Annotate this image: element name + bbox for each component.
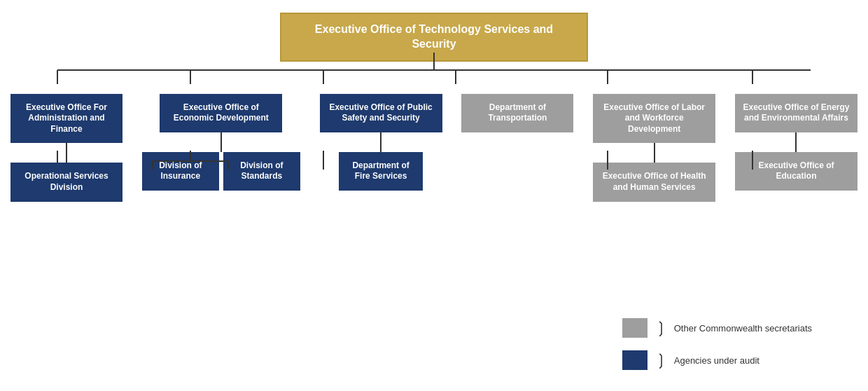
col-public-safety: Executive Office of Public Safety and Se… [320, 94, 442, 191]
box-dept-fire: Department of Fire Services [339, 152, 423, 191]
col-economic-dev: Executive Office of Economic Development… [142, 94, 300, 191]
legend-gray-bracket: ❳ [654, 320, 667, 336]
box-education: Executive Office of Education [735, 152, 858, 191]
box-operational: Operational Services Division [10, 163, 122, 201]
level2-economic-children: Division of Insurance Division of Standa… [142, 152, 300, 191]
box-div-insurance: Division of Insurance [142, 152, 219, 191]
col-energy: Executive Office of Energy and Environme… [735, 94, 858, 191]
legend-blue-bracket: ❳ [654, 352, 667, 368]
root-node: Executive Office of Technology Services … [280, 13, 588, 62]
root-label: Executive Office of Technology Services … [315, 23, 553, 50]
box-energy: Executive Office of Energy and Environme… [735, 94, 858, 132]
legend-gray-box [622, 318, 648, 338]
legend-blue: ❳ Agencies under audit [622, 350, 812, 370]
legend-blue-box [622, 350, 648, 370]
legend-gray-label: Other Commonwealth secretariats [674, 323, 812, 334]
box-transportation: Department of Transportation [461, 94, 573, 132]
box-economic-dev: Executive Office of Economic Development [160, 94, 282, 132]
box-admin-finance: Executive Office For Administration and … [10, 94, 122, 144]
box-div-standards: Division of Standards [223, 152, 300, 191]
col-transportation: Department of Transportation [461, 94, 573, 132]
col-labor: Executive Office of Labor and Workforce … [593, 94, 715, 202]
legend-gray: ❳ Other Commonwealth secretariats [622, 318, 812, 338]
box-labor: Executive Office of Labor and Workforce … [593, 94, 715, 144]
legend-blue-label: Agencies under audit [674, 355, 760, 366]
box-health-human: Executive Office of Health and Human Ser… [593, 163, 715, 201]
level1-row: Executive Office For Administration and … [7, 94, 861, 202]
box-public-safety: Executive Office of Public Safety and Se… [320, 94, 442, 132]
col-admin-finance: Executive Office For Administration and … [10, 94, 122, 202]
legend: ❳ Other Commonwealth secretariats ❳ Agen… [622, 318, 812, 370]
org-chart: Executive Office of Technology Services … [0, 0, 868, 391]
